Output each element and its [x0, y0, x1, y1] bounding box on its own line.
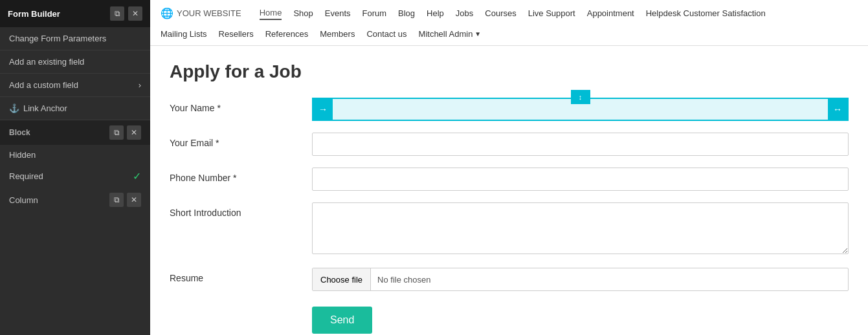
sidebar-section-block: Block ⧉ ✕: [0, 120, 150, 145]
sidebar-item-label: Change Form Parameters: [9, 34, 106, 43]
anchor-icon: ⚓: [9, 103, 19, 113]
form-title: Apply for a Job: [170, 61, 849, 82]
main-content: 🌐 YOUR WEBSITE Home Shop Events Forum Bl…: [150, 0, 868, 335]
form-row-short-intro: Short Introduction: [170, 202, 849, 256]
nav-link-forum[interactable]: Forum: [362, 7, 387, 19]
required-check-icon: ✓: [133, 170, 141, 182]
drag-handle-right-icon[interactable]: ↔: [828, 99, 847, 120]
phone-number-input[interactable]: [312, 168, 849, 191]
your-name-control: → ↕ ↔: [312, 98, 849, 121]
your-name-active-field[interactable]: → ↕ ↔: [312, 98, 849, 121]
your-email-control: [312, 133, 849, 156]
label-your-email: Your Email *: [170, 133, 312, 148]
chevron-right-icon: ›: [139, 80, 141, 90]
sidebar-title: Form Builder: [8, 9, 60, 19]
short-intro-control: [312, 202, 849, 256]
caret-icon: ▼: [474, 30, 481, 38]
sidebar-required-row[interactable]: Required ✓: [0, 165, 150, 188]
drag-handle-left-icon[interactable]: →: [313, 99, 333, 120]
nav-link-helpdesk[interactable]: Helpdesk Customer Satisfaction: [646, 7, 766, 19]
nav-link-shop[interactable]: Shop: [293, 7, 313, 19]
sidebar-item-change-form-params[interactable]: Change Form Parameters: [0, 27, 150, 50]
block-label: Block: [9, 128, 30, 137]
label-resume: Resume: [170, 268, 312, 283]
sidebar-item-add-existing-field[interactable]: Add an existing field: [0, 50, 150, 74]
label-short-intro: Short Introduction: [170, 202, 312, 218]
nav-link-references[interactable]: References: [265, 28, 308, 40]
form-area: Apply for a Job Your Name * → ↕ ↔ Your E…: [150, 46, 868, 335]
sidebar-item-label: Link Anchor: [23, 103, 67, 113]
resume-control: Choose file No file chosen: [312, 268, 849, 291]
sidebar-hidden-row[interactable]: Hidden: [0, 145, 150, 165]
sidebar-header: Form Builder ⧉ ✕: [0, 0, 150, 27]
navbar: 🌐 YOUR WEBSITE Home Shop Events Forum Bl…: [150, 0, 868, 46]
sidebar-copy-icon[interactable]: ⧉: [110, 6, 124, 21]
sidebar-item-label: Add a custom field: [9, 80, 78, 90]
user-menu-dropdown[interactable]: Mitchell Admin ▼: [419, 29, 482, 39]
nav-link-blog[interactable]: Blog: [398, 7, 415, 19]
file-no-chosen-label: No file chosen: [371, 275, 437, 285]
drag-handle-center-icon[interactable]: ↕: [571, 90, 590, 104]
nav-link-members[interactable]: Members: [320, 28, 355, 40]
your-email-input[interactable]: [312, 133, 849, 156]
form-row-phone-number: Phone Number *: [170, 168, 849, 191]
nav-link-contact-us[interactable]: Contact us: [366, 28, 406, 40]
nav-bottom: Mailing Lists Resellers References Membe…: [161, 24, 858, 45]
nav-link-jobs[interactable]: Jobs: [456, 7, 473, 19]
nav-link-live-support[interactable]: Live Support: [528, 7, 575, 19]
nav-link-home[interactable]: Home: [260, 6, 282, 20]
phone-number-control: [312, 168, 849, 191]
column-copy-icon[interactable]: ⧉: [109, 193, 124, 207]
sidebar-header-icons: ⧉ ✕: [110, 6, 142, 21]
user-menu-label: Mitchell Admin: [419, 29, 473, 39]
send-row: Send: [170, 303, 849, 334]
block-copy-icon[interactable]: ⧉: [109, 125, 124, 140]
nav-link-help[interactable]: Help: [427, 7, 444, 19]
choose-file-button[interactable]: Choose file: [313, 268, 371, 290]
nav-link-resellers[interactable]: Resellers: [219, 28, 254, 40]
short-intro-textarea[interactable]: [312, 202, 849, 254]
label-phone-number: Phone Number *: [170, 168, 312, 183]
form-row-resume: Resume Choose file No file chosen: [170, 268, 849, 291]
hidden-label: Hidden: [9, 150, 36, 160]
column-label: Column: [9, 195, 38, 205]
sidebar: Form Builder ⧉ ✕ Change Form Parameters …: [0, 0, 150, 335]
form-row-your-email: Your Email *: [170, 133, 849, 156]
form-row-your-name: Your Name * → ↕ ↔: [170, 98, 849, 121]
block-section-icons: ⧉ ✕: [109, 125, 141, 140]
column-delete-icon[interactable]: ✕: [127, 193, 141, 207]
sidebar-column-row[interactable]: Column ⧉ ✕: [0, 188, 150, 212]
nav-top: 🌐 YOUR WEBSITE Home Shop Events Forum Bl…: [161, 0, 858, 24]
send-button[interactable]: Send: [312, 307, 372, 334]
sidebar-item-link-anchor[interactable]: ⚓ Link Anchor: [0, 97, 150, 120]
label-your-name: Your Name *: [170, 98, 312, 113]
sidebar-item-label: Add an existing field: [9, 57, 84, 67]
globe-icon: 🌐: [161, 7, 173, 19]
nav-logo: 🌐 YOUR WEBSITE: [161, 7, 241, 19]
block-delete-icon[interactable]: ✕: [127, 125, 141, 140]
nav-link-courses[interactable]: Courses: [485, 7, 516, 19]
sidebar-delete-icon[interactable]: ✕: [128, 6, 142, 21]
nav-link-appointment[interactable]: Appointment: [587, 7, 634, 19]
sidebar-item-add-custom-field[interactable]: Add a custom field ›: [0, 74, 150, 97]
required-label: Required: [9, 171, 43, 181]
logo-text: YOUR WEBSITE: [177, 8, 241, 18]
nav-link-mailing-lists[interactable]: Mailing Lists: [161, 28, 207, 40]
nav-link-events[interactable]: Events: [325, 7, 351, 19]
file-input-wrap: Choose file No file chosen: [312, 268, 849, 291]
